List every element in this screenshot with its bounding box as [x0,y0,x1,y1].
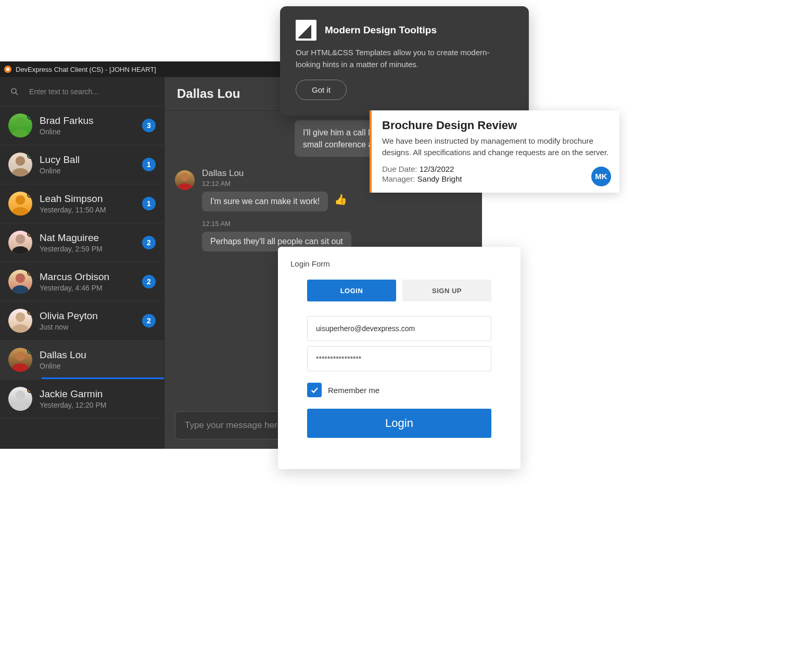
svg-point-5 [12,168,29,176]
svg-point-14 [16,351,25,361]
contact-status: Online [40,128,142,136]
avatar [8,113,32,137]
contact-item[interactable]: Brad FarkusOnline 3 [0,106,164,145]
incoming-message: I'm sure we can make it work! [202,192,328,211]
contact-name: Jackie Garmin [40,388,156,400]
svg-line-1 [16,93,18,95]
presence-dot-icon [27,153,32,159]
unread-badge: 2 [142,275,156,288]
contact-item[interactable]: Marcus OrbisonYesterday, 4:46 PM 2 [0,262,164,301]
unread-badge: 2 [142,236,156,249]
window-title: DevExpress Chat Client (CS) - [JOHN HEAR… [16,66,156,73]
callout-body: We have been instructed by management to… [382,135,609,158]
presence-dot-icon [27,113,32,120]
contact-name: Brad Farkus [40,115,142,127]
tab-signup[interactable]: SIGN UP [402,280,491,301]
contact-status: Online [40,362,156,370]
contact-status: Yesterday, 2:59 PM [40,245,142,253]
presence-dot-icon [27,192,32,198]
svg-point-8 [16,234,25,244]
presence-dot-icon [27,231,32,237]
search-icon[interactable] [7,87,22,96]
unread-badge: 1 [142,197,156,210]
svg-point-9 [12,246,29,255]
contact-name: Nat Maguiree [40,232,142,244]
svg-point-7 [12,207,29,216]
contact-item[interactable]: Jackie GarminYesterday, 12:20 PM [0,380,164,419]
due-date-label: Due Date: [382,165,417,173]
contact-item[interactable]: Nat MaguireeYesterday, 2:59 PM 2 [0,223,164,262]
search-input[interactable] [22,87,157,96]
tooltip-body: Our HTML&CSS Templates allow you to crea… [296,47,513,70]
unread-badge: 2 [142,314,156,327]
tab-login[interactable]: LOGIN [307,280,396,301]
avatar [8,192,32,216]
manager-label: Manager: [382,174,415,183]
svg-point-6 [16,195,25,205]
svg-point-12 [16,312,25,322]
got-it-button[interactable]: Got it [296,80,347,100]
contact-status: Yesterday, 12:20 PM [40,401,156,409]
search-row [0,77,164,106]
svg-point-10 [16,273,25,283]
contact-item-selected[interactable]: Dallas LouOnline [0,340,164,380]
svg-point-2 [16,117,25,127]
message-avatar [175,170,195,190]
remember-me-checkbox[interactable] [307,383,322,397]
unread-badge: 3 [142,119,156,132]
contact-name: Dallas Lou [40,349,156,361]
presence-dot-icon [27,270,32,276]
presence-dot-icon [27,387,32,393]
contact-name: Marcus Orbison [40,271,142,283]
login-form-card: Login Form LOGIN SIGN UP Remember me Log… [278,247,521,469]
contacts-sidebar: Brad FarkusOnline 3 Lucy BallOnline 1 Le… [0,77,164,449]
presence-dot-icon [27,309,32,315]
svg-point-11 [12,285,29,294]
svg-point-0 [11,89,16,93]
manager-value: Sandy Bright [417,174,462,183]
avatar [8,270,32,294]
contact-item[interactable]: Olivia PeytonJust now 2 [0,301,164,340]
tooltip-title: Modern Design Tooltips [325,24,437,36]
svg-point-17 [12,402,29,411]
avatar [8,231,32,255]
due-date-value: 12/3/2022 [420,165,454,173]
contact-status: Online [40,167,142,175]
thumbs-up-icon[interactable]: 👍 [334,193,347,206]
tooltip-logo-icon [296,20,316,41]
svg-point-18 [181,173,188,181]
svg-point-16 [16,390,25,400]
svg-point-13 [12,324,29,333]
contact-item[interactable]: Leah SimpsonYesterday, 11:50 AM 1 [0,184,164,223]
login-submit-button[interactable]: Login [307,409,491,438]
manager-avatar-initials: MK [591,167,611,186]
contact-item[interactable]: Lucy BallOnline 1 [0,145,164,184]
contact-status: Just now [40,323,142,331]
presence-dot-icon [27,348,32,354]
avatar [8,348,32,372]
contact-status: Yesterday, 11:50 AM [40,206,142,214]
svg-point-19 [178,183,192,190]
remember-me-label: Remember me [328,386,379,395]
email-field[interactable] [316,324,483,333]
avatar [8,309,32,333]
callout-title: Brochure Design Review [382,119,609,132]
avatar [8,153,32,176]
tooltip-dark: Modern Design Tooltips Our HTML&CSS Temp… [280,6,529,116]
svg-point-4 [16,156,25,166]
contact-name: Lucy Ball [40,154,142,166]
login-form-label: Login Form [290,259,508,268]
app-logo-icon [4,66,11,73]
contact-status: Yesterday, 4:46 PM [40,284,142,292]
contact-name: Olivia Peyton [40,310,142,322]
task-callout-card: Brochure Design Review We have been inst… [370,110,619,193]
svg-point-15 [12,363,29,372]
svg-point-3 [12,129,29,137]
unread-badge: 1 [142,158,156,171]
avatar [8,387,32,411]
contact-list: Brad FarkusOnline 3 Lucy BallOnline 1 Le… [0,106,164,449]
password-field[interactable] [316,355,483,363]
contact-name: Leah Simpson [40,193,142,205]
message-timestamp: 12:15 AM [202,220,472,228]
